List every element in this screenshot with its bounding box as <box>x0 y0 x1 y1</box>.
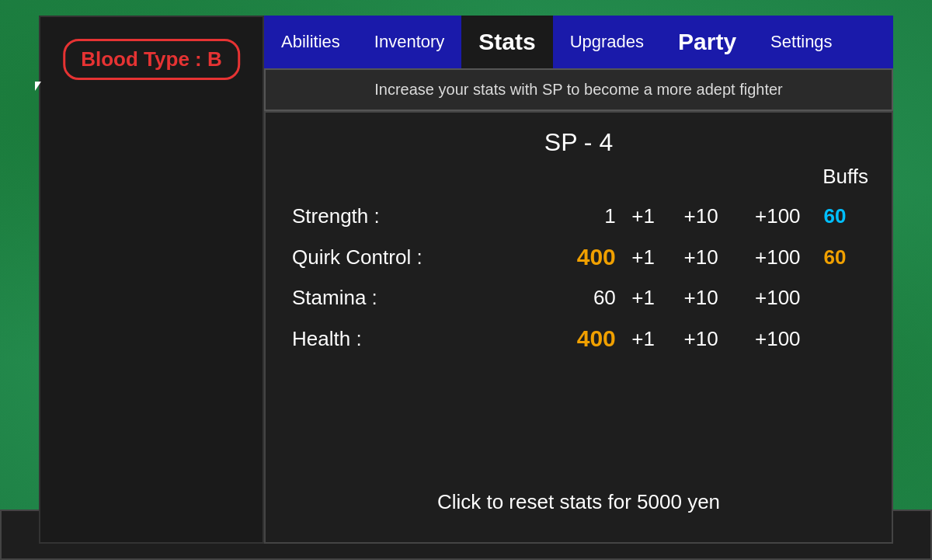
stat-value-health: 400 <box>516 318 619 360</box>
buff-quirk: 60 <box>824 245 847 269</box>
table-row: Stamina : 60 +1 +10 +100 <box>289 278 868 318</box>
reset-stats-button[interactable]: Click to reset stats for 5000 yen <box>289 478 868 527</box>
tab-party[interactable]: Party <box>661 16 753 68</box>
stat-value-quirk: 400 <box>516 236 619 278</box>
stats-table: Strength : 1 +1 +10 +100 60 Quirk Contro… <box>289 197 868 360</box>
tab-stats[interactable]: Stats <box>461 16 552 68</box>
stat-plus10-stamina[interactable]: +10 <box>667 278 735 318</box>
tab-bar: Abilities Inventory Stats Upgrades Party… <box>264 16 893 68</box>
right-panel: Abilities Inventory Stats Upgrades Party… <box>264 16 893 544</box>
stat-name-quirk: Quirk Control : <box>289 236 516 278</box>
stat-plus1-stamina[interactable]: +1 <box>619 278 668 318</box>
stat-plus100-stamina[interactable]: +100 <box>735 278 821 318</box>
tab-abilities[interactable]: Abilities <box>264 16 357 68</box>
stat-value-strength: 1 <box>516 197 619 236</box>
mouse-cursor <box>35 82 44 91</box>
table-row: Quirk Control : 400 +1 +10 +100 60 <box>289 236 868 278</box>
stat-name-health: Health : <box>289 318 516 360</box>
left-panel: Blood Type : B <box>39 16 264 544</box>
buff-strength: 60 <box>824 204 847 228</box>
stats-panel: SP - 4 Buffs Strength : 1 +1 +10 +100 60 <box>264 111 893 544</box>
blood-type-label: Blood Type : B <box>63 39 240 80</box>
sp-label: SP - 4 <box>289 128 868 157</box>
stat-plus1-quirk[interactable]: +1 <box>619 236 668 278</box>
tab-inventory[interactable]: Inventory <box>357 16 462 68</box>
stat-plus100-quirk[interactable]: +100 <box>735 236 821 278</box>
buffs-header: Buffs <box>289 165 868 189</box>
stat-name-strength: Strength : <box>289 197 516 236</box>
stat-plus100-health[interactable]: +100 <box>735 318 821 360</box>
table-row: Strength : 1 +1 +10 +100 60 <box>289 197 868 236</box>
stat-plus10-quirk[interactable]: +10 <box>667 236 735 278</box>
main-container: Blood Type : B Abilities Inventory Stats… <box>39 16 893 544</box>
stat-plus100-strength[interactable]: +100 <box>735 197 821 236</box>
tab-upgrades[interactable]: Upgrades <box>553 16 661 68</box>
subtitle-bar: Increase your stats with SP to become a … <box>264 68 893 111</box>
stat-plus10-strength[interactable]: +10 <box>667 197 735 236</box>
stat-plus1-health[interactable]: +1 <box>619 318 668 360</box>
stat-plus10-health[interactable]: +10 <box>667 318 735 360</box>
stat-value-stamina: 60 <box>516 278 619 318</box>
stat-plus1-strength[interactable]: +1 <box>619 197 668 236</box>
table-row: Health : 400 +1 +10 +100 <box>289 318 868 360</box>
stat-name-stamina: Stamina : <box>289 278 516 318</box>
tab-settings[interactable]: Settings <box>753 16 850 68</box>
